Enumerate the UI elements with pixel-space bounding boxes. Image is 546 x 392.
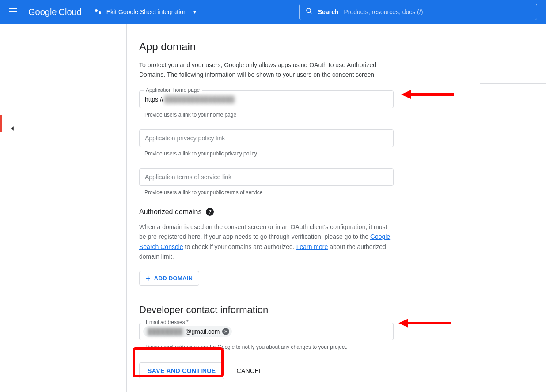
tos-helper: Provide users a link to your public term…	[144, 189, 480, 196]
privacy-input[interactable]	[139, 129, 394, 147]
home-page-field: Application home page https:// █████████…	[139, 90, 480, 108]
right-divider-lines	[480, 48, 546, 119]
auth-domains-title: Authorized domains ?	[139, 208, 480, 216]
learn-more-link[interactable]: Learn more	[296, 243, 328, 250]
email-chip-input[interactable]: ████████@gmail.com ✕	[139, 323, 394, 340]
home-page-helper: Provide users a link to your home page	[144, 112, 480, 118]
header-bar: Google Cloud Ekit Google Sheet integrati…	[0, 0, 546, 24]
tos-field	[139, 168, 480, 186]
button-row: SAVE AND CONTINUE CANCEL	[139, 362, 480, 379]
chevron-down-icon: ▼	[192, 9, 197, 15]
svg-line-1	[310, 12, 311, 13]
developer-title: Developer contact information	[139, 304, 480, 316]
logo-google: Google	[28, 7, 57, 17]
cancel-button[interactable]: CANCEL	[237, 367, 263, 374]
email-helper: These email addresses are for Google to …	[144, 344, 480, 350]
search-icon	[306, 8, 313, 16]
search-placeholder: Products, resources, docs (/)	[344, 8, 423, 15]
app-domain-title: App domain	[139, 41, 480, 53]
project-name: Ekit Google Sheet integration	[106, 8, 187, 15]
privacy-helper: Provide users a link to your public priv…	[144, 151, 480, 157]
logo-cloud: Cloud	[59, 7, 82, 17]
main-content: App domain To protect you and your users…	[127, 24, 480, 392]
add-domain-button[interactable]: + ADD DOMAIN	[139, 271, 199, 286]
search-bar[interactable]: Search Products, resources, docs (/)	[299, 4, 537, 20]
email-suffix: @gmail.com	[185, 328, 220, 335]
hamburger-menu-icon[interactable]	[9, 7, 19, 17]
privacy-field	[139, 129, 480, 147]
project-selector[interactable]: Ekit Google Sheet integration ▼	[91, 5, 202, 19]
app-domain-desc: To protect you and your users, Google on…	[139, 60, 391, 80]
email-field-wrap: Email addresses * ████████@gmail.com ✕	[139, 323, 480, 340]
home-page-prefix: https://	[145, 96, 163, 103]
svg-rect-2	[13, 127, 14, 131]
sidebar	[0, 24, 25, 392]
google-cloud-logo[interactable]: Google Cloud	[28, 7, 82, 17]
home-page-input[interactable]: https:// ████████████████	[139, 90, 394, 108]
save-continue-button[interactable]: SAVE AND CONTINUE	[139, 362, 224, 379]
email-label: Email addresses *	[144, 319, 191, 325]
tos-input[interactable]	[139, 168, 394, 186]
sidebar-active-indicator	[0, 115, 2, 132]
home-page-label: Application home page	[144, 87, 202, 93]
sidebar-collapse-button[interactable]	[8, 124, 16, 392]
project-icon	[95, 8, 103, 16]
plus-icon: +	[146, 275, 151, 282]
email-blurred: ████████	[148, 328, 182, 335]
email-chip: ████████@gmail.com ✕	[143, 326, 232, 337]
search-label: Search	[318, 8, 339, 15]
svg-point-0	[307, 8, 311, 12]
help-icon[interactable]: ?	[206, 208, 214, 216]
add-domain-label: ADD DOMAIN	[154, 275, 193, 282]
home-page-blurred: ████████████████	[164, 96, 235, 103]
remove-chip-icon[interactable]: ✕	[222, 328, 229, 335]
auth-domains-desc: When a domain is used on the consent scr…	[139, 222, 394, 262]
auth-domains-label: Authorized domains	[139, 208, 201, 216]
